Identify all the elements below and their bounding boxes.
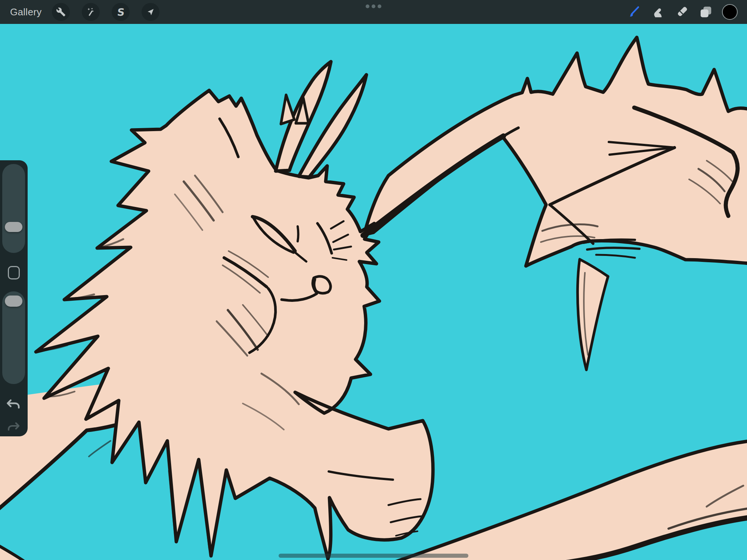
layers-button[interactable]	[694, 0, 718, 24]
undo-button[interactable]	[5, 398, 22, 414]
dot-icon	[378, 4, 381, 8]
dot-icon	[366, 4, 369, 8]
layers-icon	[698, 4, 713, 19]
drawing-canvas[interactable]	[0, 0, 747, 560]
paint-toolbar	[622, 0, 742, 24]
dot-icon	[372, 4, 375, 8]
brush-size-slider[interactable]	[2, 164, 25, 253]
color-button[interactable]	[718, 0, 742, 24]
brush-tool-button[interactable]	[622, 0, 646, 24]
eraser-icon	[675, 4, 689, 19]
home-indicator[interactable]	[279, 554, 468, 558]
eraser-tool-button[interactable]	[670, 0, 694, 24]
undo-icon	[5, 398, 22, 413]
modify-button[interactable]	[8, 266, 20, 279]
redo-icon	[6, 421, 21, 434]
brush-icon	[627, 4, 642, 19]
smudge-tool-button[interactable]	[646, 0, 670, 24]
smudge-finger-icon	[651, 4, 666, 19]
color-swatch	[722, 4, 738, 20]
brush-size-thumb[interactable]	[5, 222, 22, 232]
brush-sidebar	[0, 160, 28, 436]
redo-button[interactable]	[6, 421, 21, 436]
opacity-thumb[interactable]	[5, 296, 22, 307]
